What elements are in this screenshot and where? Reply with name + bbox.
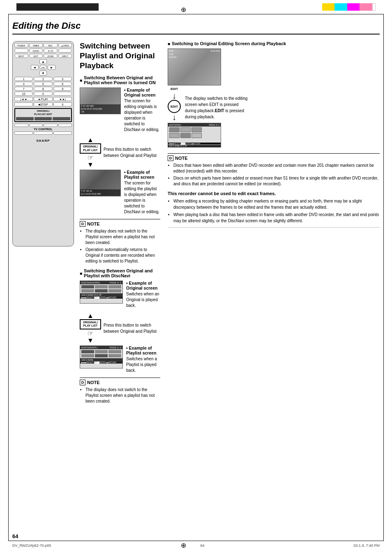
arrow-up-icon-2: ▲ [87, 313, 94, 319]
edit-button-circle[interactable]: EDIT [168, 100, 181, 113]
frames-heading: This recorder cannot be used to edit exa… [168, 191, 380, 196]
page-border-right [383, 14, 384, 541]
playback-screen-img: 0:50 1:50 0:00:00 DVQ-RW [168, 48, 221, 85]
note-box-1: D NOTE The display does not switch to th… [80, 219, 160, 264]
note-icon-1: D [80, 221, 85, 227]
original-screen-img: T 47 VR 680 Q 01:04:47 DVQ-RW -05 [80, 88, 121, 114]
original-playlist-button-2[interactable]: ORIGINAL/PLAY LIST [80, 319, 101, 329]
note-header-1: D NOTE [80, 221, 160, 227]
playlist-screen-example: T 07 VR 4L Q 0:13:00 DVQ-RW • Example of… [80, 170, 160, 215]
discnavi-playlist-example: DISCNAVI(PL) PAGE 1/ 1 [80, 345, 160, 373]
footer-right: 03.1.9, 7:40 PM [353, 543, 380, 548]
hand-pointer-icon: ☞ [88, 154, 93, 161]
page-title: Editing the Disc [12, 21, 380, 35]
footer-center: 64 [200, 543, 204, 548]
press-instruction: Press this button to switch between Orig… [104, 146, 160, 159]
discnavi-playlist-description: • Example of Playlist screen Switches wh… [126, 345, 160, 373]
frames-list: When editing a recording by adding chapt… [168, 198, 380, 224]
arrow-down-long-2: ↓ [172, 113, 176, 121]
note-item: Operation automatically returns to Origi… [85, 247, 160, 264]
page-border-left [8, 14, 9, 541]
playlist-screen-img: T 07 VR 4L Q 0:13:00 DVQ-RW [80, 170, 121, 196]
top-left-bar [16, 3, 99, 11]
note-list-3: Discs that have been edited with another… [168, 163, 380, 187]
note-icon-3: D [168, 155, 173, 161]
frames-item-2: When playing back a disc that has been e… [173, 212, 380, 224]
note-icon-2: D [80, 380, 85, 385]
footer-left: DV_RW2U#p62-70.p65 [12, 543, 51, 548]
frames-section: This recorder cannot be used to edit exa… [168, 191, 380, 224]
discnavi-original-example: DISCNAVI(ORG) PAGE 1/ 1 [80, 281, 160, 309]
sub-heading-discnavi: Switching Between Original and Playlist … [80, 268, 160, 278]
page-border-top [8, 14, 384, 14]
sub-heading-power: Switching Between Original and Playlist … [80, 75, 160, 85]
sub-section-power-on: Switching Between Original and Playlist … [80, 75, 160, 215]
discnavi-original-img: DISCNAVI(ORG) PAGE 1/ 1 [80, 281, 123, 304]
note-item-3a: Discs that have been edited with another… [173, 163, 380, 174]
hand-pointer-icon-2: ☞ [88, 329, 93, 337]
discnavi-playlist-img: DISCNAVI(PL) PAGE 1/ 1 [80, 345, 123, 368]
original-playlist-button[interactable]: ORIGINAL/ PLAY LIST [80, 143, 101, 154]
frames-item-1: When editing a recording by adding chapt… [173, 198, 380, 210]
registration-mark-top: ⊕ [181, 6, 186, 14]
note-header-2: D NOTE [80, 380, 160, 385]
arrow-down-long: ↓ [172, 92, 176, 100]
note-list-2: The display does not switch to the Playl… [80, 387, 160, 404]
editing-screen-description: The display switches to the editing scre… [185, 87, 251, 120]
arrow-down-icon: ▼ [87, 161, 94, 168]
note-header-3: D NOTE [168, 155, 380, 161]
note-list-1: The display does not switch to the Playl… [80, 228, 160, 264]
note-box-3: D NOTE Discs that have been edited with … [168, 153, 380, 187]
page-number: 64 [12, 533, 18, 539]
edit-org-screen-img: EDIT(ORG) PAGE 1/ 2 [168, 123, 221, 147]
original-screen-description: • Example of Original screen The screen … [124, 88, 160, 133]
top-color-bar [322, 3, 376, 11]
note-item-3b: Discs on which parts have been added or … [173, 175, 380, 187]
main-heading: Switching between Playlist and Original … [80, 41, 160, 70]
sub-section-editing: Switching to Original Editing Screen dur… [168, 41, 380, 147]
arrow-up-icon: ▲ [87, 137, 94, 143]
footer: DV_RW2U#p62-70.p65 64 03.1.9, 7:40 PM [12, 543, 380, 548]
playlist-screen-description: • Example of Playlist screen The screen … [124, 170, 160, 215]
sub-section-discnavi: Switching Between Original and Playlist … [80, 268, 160, 373]
note-box-2: D NOTE The display does not switch to th… [80, 378, 160, 404]
section-divider [168, 227, 380, 228]
edit-button-label: EDIT [171, 87, 178, 91]
original-screen-example: T 47 VR 680 Q 01:04:47 DVQ-RW -05 • Exam… [80, 88, 160, 133]
press-instruction-2: Press this button to switch between Orig… [104, 322, 160, 334]
page-border-bottom [8, 541, 384, 541]
note-item-2: The display does not switch to the Playl… [85, 387, 160, 404]
arrow-down-icon-2: ▼ [87, 337, 94, 344]
sub-heading-editing: Switching to Original Editing Screen dur… [168, 41, 380, 46]
discnavi-original-description: • Example of Original screen Switches wh… [126, 281, 160, 309]
remote-control-image: POWER TIMER REC ▲OPEN AUDIO ▼ CH INPUT E… [12, 41, 74, 246]
note-item: The display does not switch to the Playl… [85, 228, 160, 246]
